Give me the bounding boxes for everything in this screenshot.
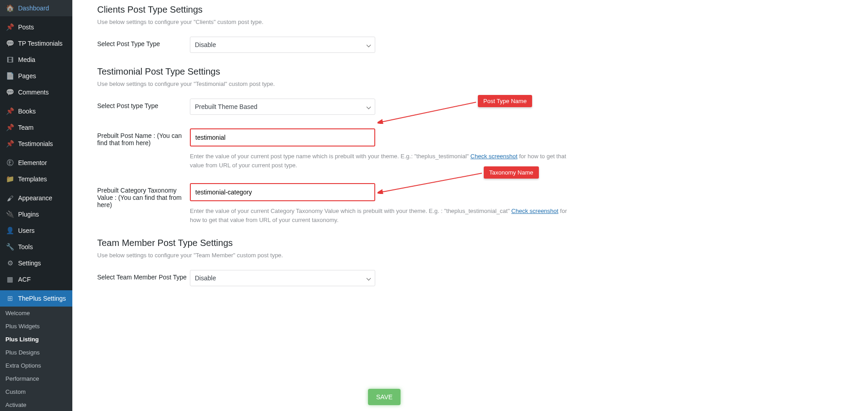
sidebar-item-label: Books: [18, 108, 36, 115]
sidebar-item-comments[interactable]: 💬Comments: [0, 84, 72, 100]
sidebar-item-label: Pages: [18, 72, 36, 80]
sidebar-item-posts[interactable]: 📌Posts: [0, 19, 72, 35]
sidebar-item-theplus-settings[interactable]: ⊞ThePlus Settings: [0, 290, 72, 307]
help-text: Enter the value of your current Category…: [190, 207, 570, 224]
chevron-down-icon: [367, 104, 371, 109]
submenu-item-custom[interactable]: Custom: [0, 385, 72, 398]
testimonials-icon: 📌: [5, 139, 14, 148]
check-screenshot-link[interactable]: Check screenshot: [511, 208, 558, 214]
posts-icon: 📌: [5, 23, 14, 32]
sidebar-item-settings[interactable]: ⚙Settings: [0, 255, 72, 271]
acf-icon: ▦: [5, 275, 14, 284]
post-type-name-badge: Post Type Name: [478, 95, 532, 107]
field-label: Prebuilt Category Taxonomy Value : (You …: [97, 183, 190, 208]
clients-section: Clients Post Type Settings Use below set…: [97, 5, 859, 53]
sidebar-item-label: Media: [18, 56, 35, 63]
testimonial-section: Testimonial Post Type Settings Use below…: [97, 66, 859, 224]
sidebar-item-team[interactable]: 📌Team: [0, 119, 72, 136]
pages-icon: 📄: [5, 71, 14, 80]
submenu-item-plus-widgets[interactable]: Plus Widgets: [0, 320, 72, 333]
templates-icon: 📁: [5, 175, 14, 184]
taxonomy-name-badge: Taxonomy Name: [484, 166, 539, 179]
prebuilt-post-name-input[interactable]: [190, 128, 375, 146]
svg-line-0: [381, 102, 476, 122]
comments-icon: 💬: [5, 88, 14, 97]
sidebar-item-label: Posts: [18, 24, 34, 31]
users-icon: 👤: [5, 226, 14, 235]
sidebar-item-plugins[interactable]: 🔌Plugins: [0, 206, 72, 222]
section-title: Testimonial Post Type Settings: [97, 66, 859, 77]
chevron-down-icon: [367, 43, 371, 47]
sidebar-item-label: Plugins: [18, 211, 39, 218]
sidebar-item-users[interactable]: 👤Users: [0, 222, 72, 239]
field-label: Select Post type Type: [97, 99, 190, 109]
main-content: Clients Post Type Settings Use below set…: [72, 0, 868, 411]
sidebar-item-acf[interactable]: ▦ACF: [0, 271, 72, 288]
tools-icon: 🔧: [5, 242, 14, 251]
post-type-select[interactable]: Prebuilt Theme Based: [190, 99, 375, 115]
settings-icon: ⚙: [5, 259, 14, 268]
sidebar-item-appearance[interactable]: 🖌Appearance: [0, 190, 72, 206]
sidebar-item-label: Appearance: [18, 194, 52, 202]
section-desc: Use below settings to configure your "Te…: [97, 252, 859, 259]
field-label: Select Team Member Post Type: [97, 270, 190, 281]
tp-testimonials-icon: 💬: [5, 39, 14, 48]
appearance-icon: 🖌: [5, 194, 14, 203]
team-post-type-select[interactable]: Disable: [190, 270, 375, 286]
submenu-item-activate[interactable]: Activate: [0, 398, 72, 411]
media-icon: 🎞: [5, 55, 14, 64]
elementor-icon: Ⓔ: [5, 158, 14, 167]
submenu-item-extra-options[interactable]: Extra Options: [0, 359, 72, 372]
sidebar-item-label: ACF: [18, 276, 31, 283]
submenu-item-performance[interactable]: Performance: [0, 372, 72, 385]
books-icon: 📌: [5, 107, 14, 116]
sidebar-item-label: Settings: [18, 260, 41, 267]
prebuilt-category-input[interactable]: [190, 183, 375, 201]
field-label: Prebuilt Post Name : (You can find that …: [97, 128, 190, 146]
save-button[interactable]: SAVE: [368, 389, 401, 405]
sidebar-item-tp-testimonials[interactable]: 💬TP Testimonials: [0, 35, 72, 52]
sidebar-item-label: Testimonials: [18, 140, 53, 147]
arrow-icon: [377, 100, 478, 124]
sidebar-item-pages[interactable]: 📄Pages: [0, 68, 72, 84]
sidebar-item-label: TP Testimonials: [18, 40, 62, 47]
sidebar-item-books[interactable]: 📌Books: [0, 103, 72, 119]
sidebar-item-label: Elementor: [18, 159, 47, 166]
section-title: Team Member Post Type Settings: [97, 238, 859, 248]
check-screenshot-link[interactable]: Check screenshot: [471, 153, 518, 160]
sidebar-item-testimonials[interactable]: 📌Testimonials: [0, 136, 72, 152]
sidebar-item-label: Team: [18, 124, 33, 131]
sidebar-item-label: Tools: [18, 243, 33, 250]
chevron-down-icon: [367, 276, 371, 280]
section-title: Clients Post Type Settings: [97, 5, 859, 15]
sidebar-item-media[interactable]: 🎞Media: [0, 52, 72, 68]
dashboard-icon: 🏠: [5, 4, 14, 13]
submenu-item-plus-listing[interactable]: Plus Listing: [0, 333, 72, 346]
sidebar-item-elementor[interactable]: ⒺElementor: [0, 155, 72, 171]
sidebar-item-label: Users: [18, 227, 35, 234]
admin-sidebar: 🏠Dashboard📌Posts💬TP Testimonials🎞Media📄P…: [0, 0, 72, 411]
plugins-icon: 🔌: [5, 210, 14, 219]
sidebar-item-label: Dashboard: [18, 5, 49, 12]
sidebar-item-tools[interactable]: 🔧Tools: [0, 239, 72, 255]
team-icon: 📌: [5, 123, 14, 132]
sidebar-item-label: Comments: [18, 89, 49, 96]
section-desc: Use below settings to configure your "Cl…: [97, 19, 859, 25]
section-desc: Use below settings to configure your "Te…: [97, 80, 859, 87]
sidebar-item-dashboard[interactable]: 🏠Dashboard: [0, 0, 72, 16]
submenu-item-plus-designs[interactable]: Plus Designs: [0, 346, 72, 359]
post-type-select[interactable]: Disable: [190, 37, 375, 53]
theplus-settings-icon: ⊞: [5, 294, 14, 303]
sidebar-item-templates[interactable]: 📁Templates: [0, 171, 72, 187]
sidebar-item-label: Templates: [18, 175, 47, 183]
team-section: Team Member Post Type Settings Use below…: [97, 238, 859, 286]
submenu-item-welcome[interactable]: Welcome: [0, 307, 72, 320]
sidebar-item-label: ThePlus Settings: [18, 295, 66, 302]
field-label: Select Post Type Type: [97, 37, 190, 47]
